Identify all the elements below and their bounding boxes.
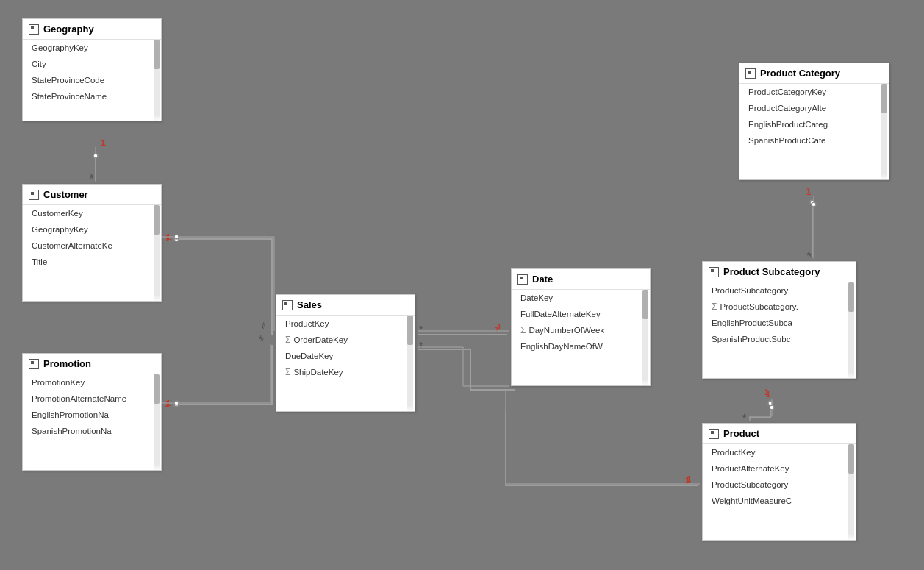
svg-text:*: * <box>419 324 423 335</box>
table-icon-product-subcategory <box>709 267 719 277</box>
promotion-title: Promotion <box>43 358 91 369</box>
table-icon-sales <box>282 300 293 310</box>
promotion-body: PromotionKey PromotionAlternateName Engl… <box>23 374 161 470</box>
table-date: Date DateKey FullDateAlternateKey Σ DayN… <box>511 268 651 386</box>
svg-text:1: 1 <box>101 138 106 147</box>
geography-body: GeographyKey City StateProvinceCode Stat… <box>23 40 161 121</box>
table-icon-customer <box>29 190 39 200</box>
svg-text:1: 1 <box>497 322 501 331</box>
endpoint-psub-prod-top <box>768 401 773 405</box>
list-item: GeographyKey <box>23 40 161 56</box>
sales-title: Sales <box>297 299 322 310</box>
endpoint-geo-cust-top <box>93 154 98 158</box>
svg-text:*: * <box>260 335 264 346</box>
list-item: SpanishProductCate <box>739 132 889 149</box>
customer-title: Customer <box>43 189 88 200</box>
list-item: ProductCategoryKey <box>739 84 889 100</box>
table-customer: Customer CustomerKey GeographyKey Custom… <box>22 184 162 302</box>
line-psub-prod <box>750 405 770 419</box>
sigma-icon: Σ <box>285 333 290 346</box>
svg-text:*: * <box>259 333 263 345</box>
product-category-title: Product Category <box>760 68 840 79</box>
table-icon-geography <box>29 24 39 35</box>
svg-text:1: 1 <box>764 388 769 396</box>
table-icon-promotion <box>29 359 39 369</box>
svg-text:1: 1 <box>766 390 770 399</box>
list-item: Σ ShipDateKey <box>276 364 415 380</box>
endpoint-cust-sales <box>174 237 179 241</box>
svg-text:1: 1 <box>165 399 169 408</box>
table-product-category: Product Category ProductCategoryKey Prod… <box>739 63 889 180</box>
sales-body: ProductKey Σ OrderDateKey DueDateKey Σ S… <box>276 316 415 411</box>
svg-text:*: * <box>419 340 423 352</box>
svg-text:*: * <box>90 173 94 185</box>
line-sales-date2 <box>418 349 515 390</box>
dot-geo-cust <box>93 154 98 158</box>
table-geography: Geography GeographyKey City StateProvinc… <box>22 18 162 121</box>
geography-title: Geography <box>43 24 94 35</box>
sigma-icon: Σ <box>285 366 290 379</box>
product-subcategory-body: ProductSubcategory Σ ProductSubcategory.… <box>703 282 856 378</box>
list-item: CustomerKey <box>23 205 161 221</box>
list-item: ProductSubcategory <box>703 282 856 299</box>
product-category-header: Product Category <box>739 63 889 84</box>
product-subcategory-title: Product Subcategory <box>723 266 820 277</box>
table-sales: Sales ProductKey Σ OrderDateKey DueDateK… <box>276 294 415 412</box>
svg-text:1: 1 <box>806 188 811 196</box>
list-item: ProductSubcategory <box>703 477 856 493</box>
product-body: ProductKey ProductAlternateKey ProductSu… <box>703 444 856 540</box>
list-item: StateProvinceName <box>23 88 161 104</box>
svg-text:1: 1 <box>687 474 691 483</box>
svg-text:*: * <box>742 412 746 423</box>
svg-text:1: 1 <box>166 232 171 241</box>
list-item: Σ OrderDateKey <box>276 332 415 348</box>
svg-text:1: 1 <box>165 234 169 243</box>
list-item: Title <box>23 254 161 270</box>
svg-text:*: * <box>261 324 265 335</box>
svg-text:*: * <box>262 320 266 332</box>
svg-text:1: 1 <box>166 399 171 407</box>
list-item: PromotionAlternateName <box>23 391 161 407</box>
list-item: PromotionKey <box>23 374 161 391</box>
svg-text:1: 1 <box>495 325 499 334</box>
geography-header: Geography <box>23 19 161 40</box>
line-cust-sales <box>179 239 273 335</box>
list-item: StateProvinceCode <box>23 72 161 88</box>
diagram-canvas: 1 * 1 * 1 * * 1 * 1 * 1 * 1 <box>0 0 924 570</box>
customer-header: Customer <box>23 185 161 205</box>
svg-text:1: 1 <box>806 186 811 195</box>
list-item: DueDateKey <box>276 348 415 364</box>
list-item: ProductAlternateKey <box>703 460 856 477</box>
list-item: EnglishProductCateg <box>739 116 889 132</box>
date-title: Date <box>532 274 553 285</box>
list-item: FullDateAlternateKey <box>512 306 650 322</box>
list-item: EnglishProductSubca <box>703 315 856 331</box>
dot-pcat-psub <box>812 202 816 207</box>
table-product: Product ProductKey ProductAlternateKey P… <box>702 423 856 541</box>
endpoint-pcat-psub-top <box>810 200 814 204</box>
svg-text:*: * <box>419 324 423 335</box>
dot-prom-sales <box>174 401 179 405</box>
list-item: SpanishPromotionNa <box>23 423 161 439</box>
date-header: Date <box>512 269 650 290</box>
list-item: ProductKey <box>703 444 856 460</box>
product-header: Product <box>703 424 856 444</box>
list-item: City <box>23 56 161 72</box>
product-category-body: ProductCategoryKey ProductCategoryAlte E… <box>739 84 889 179</box>
table-product-subcategory: Product Subcategory ProductSubcategory Σ… <box>702 261 856 379</box>
table-icon-product <box>709 429 719 439</box>
dot-cust-sales <box>174 235 179 239</box>
list-item: SpanishProductSubc <box>703 331 856 347</box>
list-item: Σ ProductSubcategory. <box>703 299 856 315</box>
list-item: EnglishDayNameOfW <box>512 338 650 355</box>
svg-text:1: 1 <box>101 138 105 147</box>
list-item: WeightUnitMeasureC <box>703 493 856 509</box>
svg-text:1: 1 <box>685 476 690 485</box>
list-item: ProductCategoryAlte <box>739 100 889 116</box>
table-promotion: Promotion PromotionKey PromotionAlternat… <box>22 353 162 471</box>
sigma-icon: Σ <box>712 300 717 313</box>
svg-text:*: * <box>419 343 423 354</box>
list-item: GeographyKey <box>23 221 161 238</box>
list-item: ProductKey <box>276 316 415 332</box>
product-title: Product <box>723 428 759 439</box>
